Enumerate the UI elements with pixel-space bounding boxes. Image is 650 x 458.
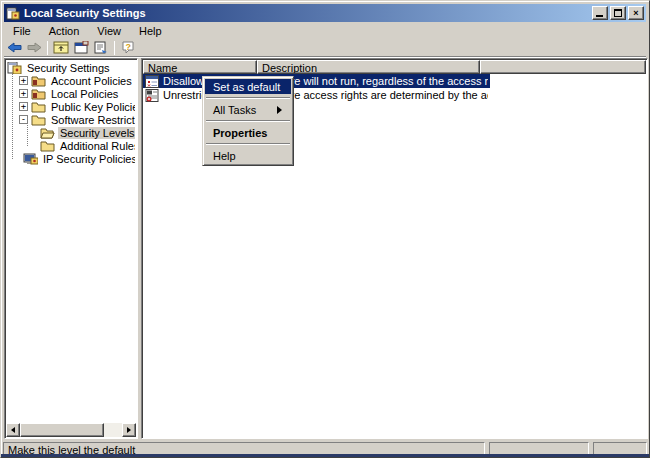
folder-open-icon <box>40 127 55 139</box>
unrestricted-level-icon <box>145 89 159 102</box>
minimize-button[interactable] <box>592 6 608 20</box>
help-icon: ? <box>121 41 135 54</box>
menu-item-all-tasks[interactable]: All Tasks <box>205 102 291 117</box>
column-header-description[interactable]: Description <box>257 60 480 74</box>
close-button[interactable]: × <box>628 6 644 20</box>
tree-guide-line <box>12 71 13 159</box>
export-list-button[interactable] <box>91 39 111 56</box>
tree-guide-line <box>27 121 28 146</box>
tree-item-local-policies[interactable]: + Local Policies <box>19 87 135 100</box>
column-header-name[interactable]: Name <box>143 60 257 74</box>
menu-item-set-as-default[interactable]: Set as default <box>205 79 291 94</box>
up-one-level-icon <box>53 41 69 54</box>
tree-item-label: IP Security Policies on Local C <box>41 153 135 165</box>
svg-text:?: ? <box>126 42 132 52</box>
ipsec-icon <box>23 153 38 165</box>
properties-icon <box>74 41 89 54</box>
menu-file[interactable]: File <box>4 24 40 38</box>
tree-item-additional-rules[interactable]: Additional Rules <box>40 139 135 152</box>
policy-folder-icon <box>31 88 46 100</box>
menu-action[interactable]: Action <box>40 24 89 38</box>
list-header: Name Description <box>143 60 646 74</box>
toolbar-separator <box>114 41 115 55</box>
tree-item-account-policies[interactable]: + Account Policies <box>19 74 135 87</box>
menu-item-label: All Tasks <box>213 104 256 116</box>
back-arrow-icon <box>7 42 22 53</box>
menu-separator <box>206 143 290 145</box>
column-header-filler <box>480 60 646 74</box>
menu-bar: File Action View Help <box>4 23 646 39</box>
scroll-right-icon <box>127 427 134 433</box>
forward-arrow-icon <box>27 42 42 53</box>
close-icon: × <box>633 9 638 18</box>
security-settings-icon <box>7 62 22 74</box>
console-tree-pane: Security Settings + Account Policies + L… <box>4 58 138 439</box>
menu-item-properties[interactable]: Properties <box>205 125 291 140</box>
menu-view[interactable]: View <box>88 24 130 38</box>
tree-horizontal-scrollbar[interactable] <box>6 423 136 437</box>
tree-item-label: Security Settings <box>25 62 112 74</box>
scrollbar-thumb[interactable] <box>20 423 104 437</box>
tree-item-software-restriction-policies[interactable]: - Software Restriction Policies <box>19 113 135 126</box>
export-list-icon <box>94 41 108 54</box>
forward-button[interactable] <box>24 39 44 56</box>
expand-plus-icon[interactable]: + <box>19 102 28 111</box>
tree-item-security-levels[interactable]: Security Levels <box>40 126 135 139</box>
scroll-left-icon <box>8 427 15 433</box>
tree-item-label-selected: Security Levels <box>58 127 135 139</box>
submenu-arrow-icon <box>277 106 286 114</box>
maximize-button[interactable] <box>610 6 626 20</box>
menu-separator <box>206 120 290 122</box>
tree-item-label: Local Policies <box>49 88 120 100</box>
folder-icon <box>31 101 46 113</box>
minimize-icon <box>596 15 603 17</box>
folder-icon <box>31 114 46 126</box>
tree-item-public-key-policies[interactable]: + Public Key Policies <box>19 100 135 113</box>
up-one-level-button[interactable] <box>51 39 71 56</box>
back-button[interactable] <box>4 39 24 56</box>
local-security-settings-window: Local Security Settings × File Action Vi… <box>0 0 650 458</box>
properties-button[interactable] <box>71 39 91 56</box>
scroll-left-button[interactable] <box>6 423 20 437</box>
tree-item-label: Account Policies <box>49 75 134 87</box>
title-bar: Local Security Settings × <box>4 4 646 22</box>
expand-plus-icon[interactable]: + <box>19 89 28 98</box>
window-bottom-edge <box>1 454 649 457</box>
tree-item-security-settings[interactable]: Security Settings <box>7 61 135 74</box>
toolbar: ? <box>4 39 646 57</box>
scrollbar-track[interactable] <box>104 423 122 437</box>
tree-item-label: Additional Rules <box>58 140 135 152</box>
tree-item-label: Software Restriction Policies <box>49 114 135 126</box>
expand-plus-icon[interactable]: + <box>19 76 28 85</box>
scroll-right-button[interactable] <box>122 423 136 437</box>
menu-help[interactable]: Help <box>130 24 171 38</box>
maximize-icon <box>614 9 622 17</box>
context-menu: Set as default All Tasks Properties Help <box>202 76 294 166</box>
help-button[interactable]: ? <box>118 39 138 56</box>
tree-item-label: Public Key Policies <box>49 101 135 113</box>
window-title: Local Security Settings <box>24 7 590 19</box>
policy-folder-icon <box>31 75 46 87</box>
menu-separator <box>206 97 290 99</box>
folder-icon <box>40 140 55 152</box>
disallowed-level-icon <box>145 75 159 88</box>
toolbar-separator <box>47 41 48 55</box>
list-row-disallowed[interactable]: Disallowed Software will not run, regard… <box>143 74 490 88</box>
menu-item-help[interactable]: Help <box>205 148 291 163</box>
list-row-unrestricted[interactable]: Unrestricted Software access rights are … <box>143 88 488 102</box>
security-tree: Security Settings + Account Policies + L… <box>7 61 135 422</box>
app-icon <box>6 6 20 20</box>
tree-item-ip-security-policies[interactable]: IP Security Policies on Local C <box>19 152 135 165</box>
